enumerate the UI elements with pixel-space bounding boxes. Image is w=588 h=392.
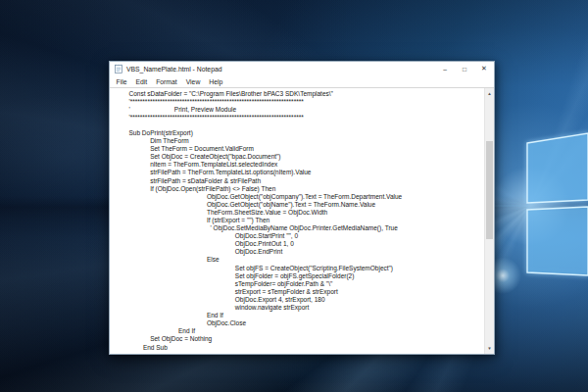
window-title: VBS_NamePlate.html - Notepad bbox=[126, 66, 221, 73]
desktop-wallpaper: VBS_NamePlate.html - Notepad – □ ✕ File … bbox=[0, 0, 588, 392]
scroll-up-icon[interactable]: ▲ bbox=[485, 89, 494, 98]
menubar: File Edit Format View Help bbox=[110, 75, 494, 87]
menu-help[interactable]: Help bbox=[205, 78, 227, 85]
notepad-icon bbox=[115, 64, 122, 74]
menu-edit[interactable]: Edit bbox=[131, 78, 152, 85]
text-editor-area: Const sDataFolder = "C:\Program Files\Br… bbox=[110, 87, 494, 354]
scroll-down-icon[interactable]: ▼ bbox=[485, 344, 494, 353]
vertical-scrollbar[interactable]: ▲ ▼ bbox=[484, 88, 494, 354]
code-text[interactable]: Const sDataFolder = "C:\Program Files\Br… bbox=[110, 88, 494, 352]
menu-view[interactable]: View bbox=[181, 78, 205, 85]
menu-file[interactable]: File bbox=[112, 78, 131, 85]
windows-logo bbox=[490, 116, 588, 292]
minimize-button[interactable]: – bbox=[435, 62, 455, 75]
menu-format[interactable]: Format bbox=[152, 78, 182, 85]
scrollbar-thumb[interactable] bbox=[486, 141, 493, 239]
close-button[interactable]: ✕ bbox=[474, 62, 494, 75]
notepad-window: VBS_NamePlate.html - Notepad – □ ✕ File … bbox=[109, 61, 495, 355]
maximize-button[interactable]: □ bbox=[455, 62, 474, 75]
window-controls: – □ ✕ bbox=[435, 62, 494, 75]
titlebar[interactable]: VBS_NamePlate.html - Notepad – □ ✕ bbox=[110, 62, 494, 75]
